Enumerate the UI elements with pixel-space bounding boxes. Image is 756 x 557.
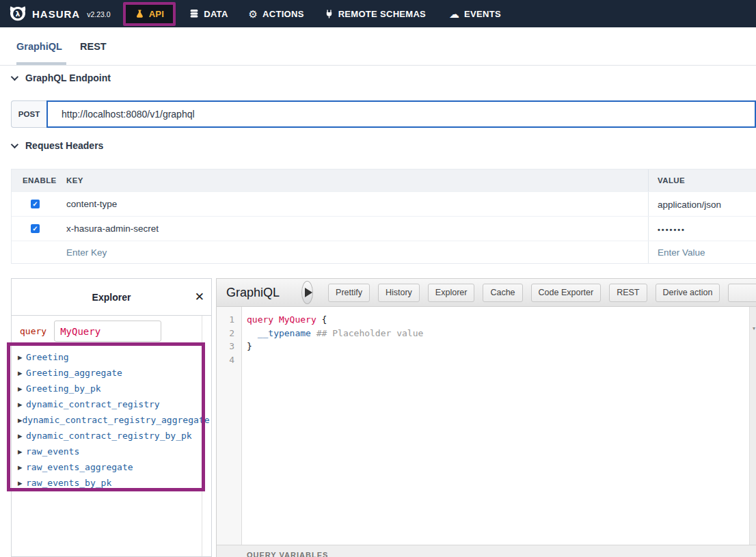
toolbar-button-cache[interactable]: Cache xyxy=(483,284,522,302)
query-keyword-label: query xyxy=(20,326,46,336)
line-number: 3 xyxy=(217,340,241,353)
graphql-endpoint-input[interactable] xyxy=(46,100,756,128)
code-area[interactable]: query MyQuery { __typename ## Placeholde… xyxy=(242,307,423,545)
editor-scrollbar[interactable]: ▾ xyxy=(749,307,756,545)
version-label: v2.23.0 xyxy=(87,10,110,18)
column-enable: ENABLE xyxy=(12,176,55,185)
enable-checkbox[interactable]: ✓ xyxy=(31,200,40,208)
query-variables-bar[interactable]: QUERY VARIABLES xyxy=(217,545,756,557)
column-key: KEY xyxy=(55,169,649,191)
new-header-value-input[interactable] xyxy=(658,247,751,258)
toolbar-button-explorer[interactable]: Explorer xyxy=(428,284,475,302)
execute-query-button[interactable] xyxy=(301,281,313,304)
expand-arrow-icon[interactable]: ▶ xyxy=(18,385,26,392)
gears-icon: ⚙ xyxy=(249,9,258,19)
graphiql-title: GraphiQL xyxy=(226,286,280,300)
expand-arrow-icon[interactable]: ▶ xyxy=(18,401,26,408)
toolbar-button-history[interactable]: History xyxy=(378,284,420,302)
chevron-down-icon xyxy=(11,141,18,148)
endpoint-row: POST xyxy=(11,100,756,128)
explorer-scroll-divider xyxy=(202,316,202,556)
explorer-panel: Explorer ✕ query ▶Greeting▶Greeting_aggr… xyxy=(11,278,212,557)
endpoint-section-header[interactable]: GraphQL Endpoint xyxy=(11,72,111,83)
new-header-row xyxy=(12,241,756,263)
nav-item-data[interactable]: DATA xyxy=(189,9,228,19)
navbar-items: APIDATA⚙ACTIONSREMOTE SCHEMAS☁EVENTS xyxy=(123,0,501,27)
header-value: application/json xyxy=(658,200,721,210)
plug-icon xyxy=(325,9,334,19)
graphiql-toolbar: GraphiQL PrettifyHistoryExplorerCacheCod… xyxy=(217,279,756,307)
column-value: VALUE xyxy=(649,176,756,185)
hasura-logo-icon: λ xyxy=(9,5,27,23)
expand-arrow-icon[interactable]: ▶ xyxy=(18,464,26,471)
toolbar-partial-button[interactable] xyxy=(728,284,756,302)
hasura-console-screen: λ HASURA v2.23.0 APIDATA⚙ACTIONSREMOTE S… xyxy=(0,0,756,557)
cloud-icon: ☁ xyxy=(449,9,459,19)
toolbar-button-code-exporter[interactable]: Code Exporter xyxy=(531,284,602,302)
line-number: 1 xyxy=(217,313,241,327)
expand-arrow-icon[interactable]: ▶ xyxy=(18,370,26,377)
play-icon xyxy=(305,288,312,297)
header-table-row: ✓content-typeapplication/json xyxy=(12,191,756,216)
toolbar-button-derive-action[interactable]: Derive action xyxy=(656,284,720,302)
http-method-badge: POST xyxy=(11,100,46,128)
active-tab-underline xyxy=(16,62,66,65)
tab-bar: GraphiQL REST xyxy=(0,27,756,66)
line-number-gutter: 1234 xyxy=(217,307,242,545)
new-header-key-input[interactable] xyxy=(66,247,619,258)
header-key: content-type xyxy=(66,199,117,209)
query-name-row: query xyxy=(20,321,161,342)
line-number: 4 xyxy=(217,353,241,367)
svg-text:λ: λ xyxy=(16,10,21,18)
flask-icon xyxy=(135,9,144,19)
endpoint-section-title: GraphQL Endpoint xyxy=(25,72,111,83)
nav-item-events[interactable]: ☁EVENTS xyxy=(449,9,501,19)
code-line: __typename ## Placeholder value xyxy=(247,327,423,340)
nav-item-api[interactable]: API xyxy=(126,5,174,23)
code-line: query MyQuery { xyxy=(247,313,423,327)
tab-rest[interactable]: REST xyxy=(80,27,107,65)
explorer-field-raw_events_by_pk[interactable]: ▶raw_events_by_pk xyxy=(12,475,202,491)
query-name-input[interactable] xyxy=(54,321,161,342)
nav-item-actions[interactable]: ⚙ACTIONS xyxy=(249,9,304,19)
expand-arrow-icon[interactable]: ▶ xyxy=(18,354,26,361)
request-headers-section-header[interactable]: Request Headers xyxy=(11,140,103,151)
expand-arrow-icon[interactable]: ▶ xyxy=(18,448,26,455)
explorer-field-raw_events[interactable]: ▶raw_events xyxy=(12,444,202,459)
toolbar-button-rest[interactable]: REST xyxy=(609,284,647,302)
chevron-down-icon xyxy=(11,73,18,81)
toolbar-button-prettify[interactable]: Prettify xyxy=(328,284,370,302)
expand-arrow-icon[interactable]: ▶ xyxy=(18,480,26,487)
graphiql-pane: GraphiQL PrettifyHistoryExplorerCacheCod… xyxy=(216,278,756,557)
top-navbar: λ HASURA v2.23.0 APIDATA⚙ACTIONSREMOTE S… xyxy=(0,0,756,27)
explorer-field-greeting[interactable]: ▶Greeting xyxy=(12,349,202,365)
code-line xyxy=(247,353,423,367)
request-headers-table: ENABLE KEY VALUE ✓content-typeapplicatio… xyxy=(11,169,756,264)
toolbar-buttons: PrettifyHistoryExplorerCacheCode Exporte… xyxy=(328,284,756,302)
code-line: } xyxy=(247,340,423,353)
database-icon xyxy=(189,9,199,18)
scroll-indicator-icon: ▾ xyxy=(753,326,755,331)
enable-checkbox[interactable]: ✓ xyxy=(31,224,40,233)
header-table-row: ✓x-hasura-admin-secret••••••• xyxy=(12,216,756,241)
explorer-field-list: ▶Greeting▶Greeting_aggregate▶Greeting_by… xyxy=(12,344,202,491)
expand-arrow-icon[interactable]: ▶ xyxy=(18,433,26,439)
nav-item-remote-schemas[interactable]: REMOTE SCHEMAS xyxy=(325,9,426,19)
explorer-field-raw_events_aggregate[interactable]: ▶raw_events_aggregate xyxy=(12,459,202,475)
explorer-header: Explorer ✕ xyxy=(12,279,211,316)
api-highlight-box: API xyxy=(123,2,176,26)
request-headers-section-title: Request Headers xyxy=(25,140,103,151)
explorer-field-dynamic_contract_registry_by_pk[interactable]: ▶dynamic_contract_registry_by_pk xyxy=(12,428,202,444)
explorer-field-greeting_by_pk[interactable]: ▶Greeting_by_pk xyxy=(12,381,202,396)
query-variables-label[interactable]: QUERY VARIABLES xyxy=(247,551,756,557)
header-value: ••••••• xyxy=(658,226,686,234)
explorer-field-greeting_aggregate[interactable]: ▶Greeting_aggregate xyxy=(12,365,202,381)
close-icon[interactable]: ✕ xyxy=(195,290,204,304)
query-editor[interactable]: 1234 query MyQuery { __typename ## Place… xyxy=(217,307,749,545)
line-number: 2 xyxy=(217,327,241,340)
explorer-field-dynamic_contract_registry[interactable]: ▶dynamic_contract_registry xyxy=(12,396,202,412)
explorer-field-dynamic_contract_registry_aggregate[interactable]: ▶dynamic_contract_registry_aggregate xyxy=(12,412,202,428)
table-header-row: ENABLE KEY VALUE xyxy=(12,169,756,191)
header-key: x-hasura-admin-secret xyxy=(66,223,159,234)
tab-graphiql[interactable]: GraphiQL xyxy=(16,27,62,65)
